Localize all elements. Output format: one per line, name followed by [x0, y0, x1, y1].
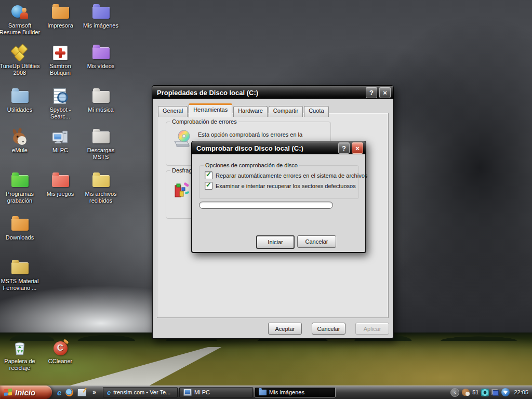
- tab-compartir[interactable]: Compartir: [269, 106, 303, 117]
- internet-explorer-icon: [107, 389, 111, 396]
- desktop-icon-downloads[interactable]: Downloads: [0, 215, 43, 241]
- aceptar-button[interactable]: Aceptar: [268, 323, 302, 335]
- tuneup-icon: [0, 44, 43, 62]
- desktop-icon-mis-juegos[interactable]: Mis juegos: [37, 171, 83, 197]
- check-options-group: Opciones de comprobación de disco Repara…: [199, 165, 359, 199]
- taskbar-button-mi-pc[interactable]: Mi PC: [179, 387, 253, 397]
- system-tray: ‹ 51 22:05: [450, 388, 532, 397]
- checkbox-row-repair: Reparar automáticamente errores en el si…: [205, 171, 367, 179]
- globe-person-icon: [0, 3, 43, 22]
- aplicar-button[interactable]: Aplicar: [355, 323, 389, 335]
- desktop: Sarmsoft Resume Builder Impresora Mis im…: [0, 0, 532, 399]
- checkbox-label[interactable]: Examinar e intentar recuperar los sector…: [216, 183, 356, 189]
- checkbox-label[interactable]: Reparar automáticamente errores en el si…: [216, 172, 367, 179]
- iniciar-button[interactable]: Iniciar: [256, 235, 295, 249]
- help-button[interactable]: ?: [338, 142, 350, 154]
- tab-general[interactable]: General: [158, 106, 188, 117]
- scan-sectors-checkbox[interactable]: [205, 182, 212, 190]
- clock[interactable]: 22:05: [514, 389, 528, 395]
- folder-icon: [78, 3, 124, 22]
- desktop-icon-mi-musica[interactable]: Mi música: [78, 87, 124, 113]
- start-label: Inicio: [15, 388, 35, 397]
- tab-strip: General Herramientas Hardware Compartir …: [158, 103, 329, 117]
- windows-flag-icon: [4, 388, 12, 396]
- tab-cuota[interactable]: Cuota: [304, 106, 328, 117]
- desktop-icon-spybot[interactable]: Spybot - Searc...: [37, 87, 83, 120]
- taskbar-buttons: trensim.com • Ver Te... Mi PC Mis imágen…: [103, 387, 336, 397]
- internet-explorer-icon[interactable]: [57, 389, 61, 396]
- check-disk-window: Comprobar disco Disco local (C:) ? × Opc…: [191, 141, 366, 253]
- close-button[interactable]: ×: [352, 142, 363, 154]
- desktop-icon-emule[interactable]: eMule: [0, 128, 43, 154]
- window-body: Opciones de comprobación de disco Repara…: [191, 154, 366, 253]
- dialog-buttons: Aceptar Cancelar Aplicar: [268, 323, 389, 335]
- emule-count: 51: [472, 389, 478, 395]
- start-button[interactable]: Inicio: [0, 385, 52, 399]
- folder-icon: [78, 44, 124, 62]
- desktop-icon-impresora[interactable]: Impresora: [37, 3, 83, 29]
- my-computer-icon: [183, 389, 192, 396]
- taskbar-button-mis-imagenes[interactable]: Mis imágenes: [255, 387, 336, 397]
- folder-icon: [78, 128, 124, 147]
- folder-icon: [0, 171, 43, 190]
- folder-icon: [78, 87, 124, 106]
- title-bar[interactable]: Comprobar disco Disco local (C:) ? ×: [191, 141, 366, 155]
- ccleaner-icon: [37, 339, 83, 357]
- quick-launch: »: [52, 389, 100, 396]
- first-aid-icon: [37, 44, 83, 62]
- folder-icon: [259, 390, 267, 395]
- desktop-icon-descargas-msts[interactable]: Descargas MSTS: [78, 128, 124, 161]
- folder-icon: [37, 171, 83, 190]
- taskbar: Inicio » trensim.com • Ver Te... Mi PC M…: [0, 385, 532, 399]
- desktop-icon-msts-material-ferroviario[interactable]: MSTS Material Ferroviario ...: [0, 259, 43, 291]
- webcam-tray-icon[interactable]: [481, 389, 489, 396]
- tab-herramientas[interactable]: Herramientas: [189, 103, 232, 117]
- desktop-icon-mis-archivos-recibidos[interactable]: Mis archivos recibidos: [78, 171, 124, 204]
- folder-icon: [0, 259, 43, 277]
- my-computer-icon: [37, 128, 83, 147]
- quick-launch-overflow-chevron[interactable]: »: [90, 389, 96, 396]
- folder-icon: [0, 87, 43, 106]
- desktop-icon-mis-imagenes[interactable]: Mis imágenes: [78, 3, 124, 29]
- desktop-icon-programas-grabacion[interactable]: Programas grabación: [0, 171, 43, 204]
- spybot-icon: [37, 87, 83, 106]
- emule-donkey-icon: [0, 128, 43, 147]
- repair-checkbox[interactable]: [205, 171, 212, 179]
- help-button[interactable]: ?: [366, 87, 377, 98]
- window-title: Propiedades de Disco local (C:): [155, 89, 364, 97]
- folder-icon: [0, 215, 43, 234]
- tab-hardware[interactable]: Hardware: [233, 106, 268, 117]
- checkbox-row-scan: Examinar e intentar recuperar los sector…: [205, 182, 356, 190]
- hidden-icons-chevron[interactable]: ‹: [450, 388, 459, 397]
- desktop-icon-utilidades[interactable]: Utilidades: [0, 87, 43, 113]
- window-title: Comprobar disco Disco local (C:): [194, 144, 336, 152]
- progress-bar: [199, 202, 333, 209]
- firefox-icon[interactable]: [65, 389, 73, 396]
- updates-tray-icon[interactable]: [491, 389, 499, 396]
- desktop-icon-tuneup-utilities[interactable]: TuneUp Utilities 2008: [0, 44, 43, 76]
- desktop-icon-sarmsoft-resume-builder[interactable]: Sarmsoft Resume Builder: [0, 3, 43, 36]
- title-bar[interactable]: Propiedades de Disco local (C:) ? ×: [152, 85, 394, 99]
- defrag-icon: [172, 181, 192, 201]
- cancelar-button[interactable]: Cancelar: [312, 323, 345, 335]
- show-desktop-icon[interactable]: [77, 389, 86, 396]
- taskbar-button-trensim[interactable]: trensim.com • Ver Te...: [103, 387, 178, 397]
- desktop-icon-samtron-botiquin[interactable]: Samtron Botiquin: [37, 44, 83, 76]
- desktop-icon-papelera-de-reciclaje[interactable]: Papelera de reciclaje: [0, 339, 43, 371]
- download-tray-icon[interactable]: [501, 388, 510, 396]
- close-button[interactable]: ×: [379, 87, 391, 98]
- folder-icon: [37, 3, 83, 22]
- desktop-icon-ccleaner[interactable]: CCleaner: [37, 339, 83, 365]
- cancelar-button[interactable]: Cancelar: [297, 235, 336, 248]
- emule-tray-icon[interactable]: [462, 389, 470, 396]
- folder-icon: [78, 171, 124, 190]
- desktop-icon-mi-pc[interactable]: Mi PC: [37, 128, 83, 154]
- recycle-bin-icon: [0, 339, 43, 357]
- disk-check-icon: [172, 129, 193, 149]
- desktop-icon-mis-videos[interactable]: Mis vídeos: [78, 44, 124, 70]
